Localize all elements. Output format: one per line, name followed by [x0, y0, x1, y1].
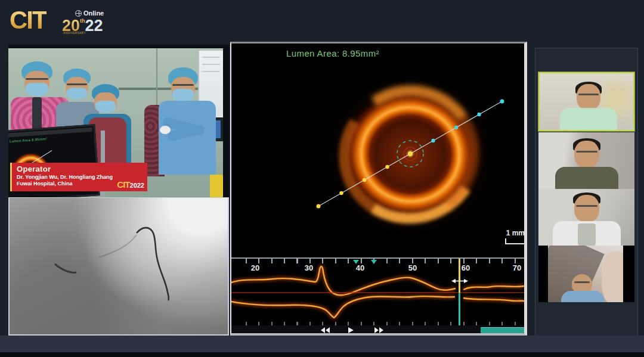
participant-video-1[interactable] — [538, 72, 634, 131]
measure-center-dot[interactable] — [408, 151, 413, 157]
anniversary-text: ANNIVERSARY — [63, 32, 86, 35]
measure-dot[interactable] — [385, 165, 389, 169]
bookmark-marker-icon[interactable] — [371, 260, 377, 264]
ruler-label: 20 — [251, 263, 259, 272]
globe-icon — [75, 10, 82, 17]
measure-dot[interactable] — [339, 191, 343, 195]
webinar-stage: CIT 20 th 22 ANNIVERSARY Online — [0, 0, 644, 357]
banner-cit-logo: CIT 2022 — [117, 179, 144, 190]
bookmark-marker-icon[interactable] — [353, 260, 359, 264]
measure-dot[interactable] — [317, 204, 321, 209]
participant-4-frame — [548, 246, 623, 302]
measure-dot[interactable] — [431, 139, 435, 142]
longitudinal-vessel-trace — [231, 259, 524, 330]
video-letterbox-right — [223, 45, 229, 197]
participant-video-2[interactable] — [538, 132, 634, 189]
measure-dot[interactable] — [477, 113, 481, 116]
cit-logo-text: CIT — [10, 4, 47, 37]
scale-label: 1 mm — [506, 229, 525, 237]
ruler-label: 50 — [408, 263, 417, 272]
operating-room-video[interactable]: Lumen Area 8.95mm² Operator Dr. Yongjian… — [8, 45, 229, 197]
teal-action-button[interactable] — [481, 327, 524, 333]
stage-bottom-edge — [0, 352, 644, 357]
participant-video-3[interactable] — [538, 189, 634, 246]
measure-dot[interactable] — [454, 126, 458, 129]
skip-back-icon[interactable] — [326, 327, 330, 333]
guidewire-overlay — [10, 198, 228, 334]
yellow-bin — [210, 175, 223, 197]
skip-forward-icon[interactable] — [374, 327, 379, 333]
online-badge: Online — [75, 10, 104, 17]
skip-back-icon[interactable] — [321, 327, 325, 333]
oct-imaging-panel[interactable]: Lumen Area: 8.95mm² 1 mm 20 30 — [230, 42, 527, 336]
ruler-label: 30 — [305, 263, 313, 272]
angiogram-video[interactable] — [8, 197, 229, 336]
ruler-label: 70 — [513, 263, 521, 272]
measure-dot[interactable] — [363, 178, 366, 182]
ruler-label: 40 — [356, 263, 364, 272]
skip-forward-icon[interactable] — [379, 327, 383, 333]
play-icon[interactable] — [348, 327, 354, 333]
oct-longitudinal-view[interactable]: 20 30 40 50 60 70 — [231, 257, 524, 330]
cit-logo: CIT 20 th 22 ANNIVERSARY Online — [10, 4, 117, 41]
video-letterbox-top — [8, 45, 229, 48]
operator-title: Operator — [17, 164, 144, 173]
ruler-label: 60 — [462, 263, 470, 272]
playhead-marker-upper[interactable] — [459, 259, 460, 293]
participants-sidebar — [535, 48, 638, 337]
scale-bracket — [505, 238, 524, 244]
operator-banner: Operator Dr. Yongjian Wu, Dr. Hongliang … — [10, 163, 147, 191]
drag-handle-icon[interactable] — [451, 278, 469, 284]
oct-playback-toolbar — [231, 325, 524, 333]
stage-footer-strip — [0, 336, 644, 352]
participant-video-4[interactable] — [538, 246, 634, 302]
ruler-ticks-top — [234, 259, 524, 263]
measure-dot[interactable] — [500, 100, 504, 104]
